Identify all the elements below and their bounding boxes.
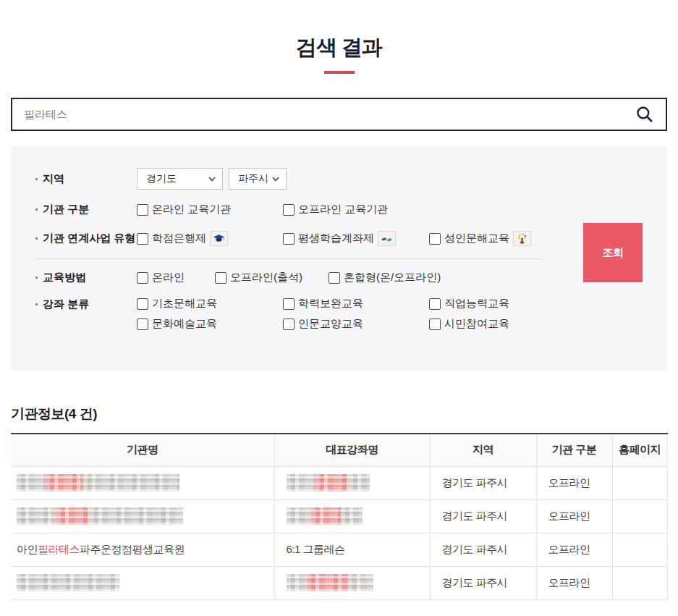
city-select[interactable]: 파주시 — [229, 168, 287, 190]
homepage-cell — [612, 466, 667, 499]
checkbox-academic-supplement[interactable]: 학력보완교육 — [283, 297, 429, 311]
filter-row-linked-program: 기관 연계사업 유형 학점은행제 — [35, 231, 643, 246]
checkbox-label: 학점은행제 — [152, 232, 206, 245]
institution-name: 아인필라테스파주운정점평생교육원 — [17, 543, 185, 555]
table-row: 경기도 파주시 오프라인 — [11, 566, 667, 599]
search-bar — [11, 98, 667, 131]
header-homepage: 홈페이지 — [612, 434, 667, 466]
org-type-cell: 오프라인 — [536, 499, 612, 533]
homepage-cell — [612, 566, 667, 599]
results-heading: 기관정보(4 건) — [11, 405, 667, 423]
course-cell: 6:1 그룹레슨 — [274, 533, 430, 566]
search-submit-button[interactable]: 조회 — [583, 223, 643, 282]
region-cell: 경기도 파주시 — [430, 566, 536, 599]
checkbox-box[interactable] — [215, 272, 226, 284]
search-term-highlight: 필라테스 — [38, 543, 80, 555]
org-type-cell: 오프라인 — [536, 533, 612, 566]
table-row: 아인필라테스파주운정점평생교육원 6:1 그룹레슨 경기도 파주시 오프라인 — [11, 533, 667, 566]
checkbox-box[interactable] — [283, 233, 294, 245]
checkbox-label: 오프라인(출석) — [230, 271, 302, 284]
checkbox-box[interactable] — [429, 318, 441, 330]
course-category-options: 기초문해교육 학력보완교육 직업능력교육 문화예술교육 인문교양교육 — [137, 297, 575, 331]
linked-program-label: 기관 연계사업 유형 — [35, 232, 137, 245]
filter-row-org-type: 기관 구분 온라인 교육기관 오프라인 교육기관 — [35, 203, 643, 216]
province-select-value: 경기도 — [146, 172, 177, 185]
org-type-cell: 오프라인 — [536, 466, 612, 499]
filter-row-course-category: 강좌 분류 기초문해교육 학력보완교육 직업능력교육 문화예술교육 — [35, 297, 643, 331]
checkbox-liberal-arts[interactable]: 인문교양교육 — [283, 317, 429, 331]
edu-method-label: 교육방법 — [35, 271, 137, 284]
checkbox-label: 문화예술교육 — [152, 317, 217, 331]
filter-row-region: 지역 경기도 파주시 — [35, 168, 643, 190]
province-select[interactable]: 경기도 — [137, 168, 223, 190]
checkbox-label: 시민참여교육 — [444, 317, 509, 331]
course-cell — [274, 566, 430, 599]
checkbox-label: 성인문해교육 — [444, 232, 509, 245]
city-select-value: 파주시 — [238, 172, 268, 185]
checkbox-method-blended[interactable]: 혼합형(온/오프라인) — [329, 271, 441, 284]
institution-cell — [11, 566, 274, 599]
redacted-course-name — [287, 474, 370, 491]
table-header-row: 기관명 대표강좌명 지역 기관 구분 홈페이지 — [11, 434, 667, 466]
org-type-label: 기관 구분 — [35, 203, 137, 216]
checkbox-label: 온라인 — [152, 271, 185, 284]
institution-cell: 아인필라테스파주운정점평생교육원 — [11, 533, 274, 566]
redacted-institution-name — [17, 474, 179, 491]
checkbox-lifelong-learning-account[interactable]: 평생학습계좌제 — [283, 231, 396, 246]
checkbox-box[interactable] — [137, 298, 148, 310]
checkbox-basic-literacy[interactable]: 기초문해교육 — [137, 297, 283, 311]
redacted-institution-name — [17, 507, 183, 525]
chevron-down-icon — [272, 177, 279, 182]
checkbox-box[interactable] — [283, 298, 294, 310]
page: 검색 결과 지역 경기도 파주시 — [0, 33, 678, 600]
checkbox-box[interactable] — [429, 233, 441, 245]
redacted-institution-name — [17, 574, 119, 591]
region-cell: 경기도 파주시 — [430, 499, 536, 533]
region-cell: 경기도 파주시 — [430, 533, 536, 566]
title-underline — [324, 71, 355, 74]
header-institution: 기관명 — [11, 434, 274, 466]
course-cell — [274, 466, 430, 499]
search-magnifier-icon[interactable] — [635, 105, 654, 124]
search-input[interactable] — [24, 109, 635, 121]
checkbox-label: 직업능력교육 — [444, 297, 509, 311]
checkbox-label: 인문교양교육 — [298, 317, 363, 331]
person-confetti-icon — [513, 231, 531, 246]
checkbox-box[interactable] — [283, 318, 294, 330]
header-region: 지역 — [430, 434, 536, 466]
page-title: 검색 결과 — [0, 33, 678, 62]
checkbox-culture-arts[interactable]: 문화예술교육 — [137, 317, 283, 331]
checkbox-label: 학력보완교육 — [298, 297, 363, 311]
redacted-course-name — [287, 507, 363, 525]
institution-cell — [11, 499, 274, 533]
checkbox-box[interactable] — [137, 318, 148, 330]
checkbox-vocational[interactable]: 직업능력교육 — [429, 297, 575, 311]
course-cell — [274, 499, 430, 533]
checkbox-label: 오프라인 교육기관 — [298, 203, 388, 216]
table-row: 경기도 파주시 오프라인 — [11, 466, 667, 499]
homepage-cell — [612, 533, 667, 566]
checkbox-label: 기초문해교육 — [152, 297, 217, 311]
org-type-cell: 오프라인 — [536, 566, 612, 599]
region-cell: 경기도 파주시 — [430, 466, 536, 499]
checkbox-box[interactable] — [137, 204, 148, 216]
filter-panel: 지역 경기도 파주시 기관 구분 온라인 교육기관 — [11, 147, 667, 371]
checkbox-method-online[interactable]: 온라인 — [137, 271, 185, 284]
checkbox-method-offline[interactable]: 오프라인(출석) — [215, 271, 302, 284]
checkbox-box[interactable] — [283, 204, 294, 216]
leaf-book-icon — [378, 231, 396, 246]
checkbox-adult-literacy[interactable]: 성인문해교육 — [429, 231, 531, 246]
header-course: 대표강좌명 — [274, 434, 430, 466]
checkbox-online-institution[interactable]: 온라인 교육기관 — [137, 203, 231, 216]
checkbox-offline-institution[interactable]: 오프라인 교육기관 — [283, 203, 388, 216]
chevron-down-icon — [208, 177, 216, 182]
checkbox-civic-participation[interactable]: 시민참여교육 — [429, 317, 575, 331]
table-row: 경기도 파주시 오프라인 — [11, 499, 667, 533]
checkbox-box[interactable] — [329, 272, 340, 284]
checkbox-label: 온라인 교육기관 — [152, 203, 231, 216]
checkbox-box[interactable] — [429, 298, 441, 310]
checkbox-box[interactable] — [137, 272, 148, 284]
homepage-cell — [612, 499, 667, 533]
checkbox-credit-bank[interactable]: 학점은행제 — [137, 231, 228, 246]
checkbox-box[interactable] — [137, 233, 148, 245]
